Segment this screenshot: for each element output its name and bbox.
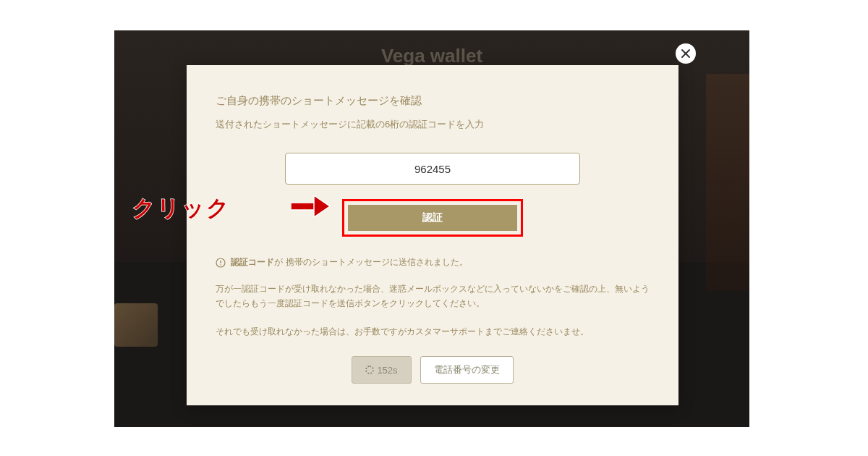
verify-button[interactable]: 認証 — [348, 205, 517, 231]
info-message: 認証コードが 携帯のショートメッセージに送信されました。 — [216, 256, 650, 269]
arrow-icon — [291, 195, 330, 217]
highlight-box: 認証 — [342, 199, 523, 237]
svg-marker-6 — [314, 195, 330, 217]
info-prefix: 認証コード — [231, 257, 274, 267]
button-row: 152s 電話番号の変更 — [216, 356, 650, 384]
verification-modal: ご自身の携帯のショートメッセージを確認 送付されたショートメッセージに記載の6桁… — [187, 65, 678, 405]
info-icon — [216, 258, 226, 268]
backdrop-title: Vega wallet — [381, 45, 482, 67]
help-text-2: それでも受け取れなかった場合は、お手数ですがカスタマーサポートまでご連絡ください… — [216, 324, 650, 339]
click-annotation-label: クリック — [132, 193, 231, 224]
close-button[interactable] — [676, 43, 696, 64]
verification-code-input[interactable] — [285, 153, 580, 185]
help-text-1: 万が一認証コードが受け取れなかった場合、迷惑メールボックスなどに入っていないかを… — [216, 282, 650, 311]
svg-point-4 — [220, 264, 221, 266]
modal-subtitle: 送付されたショートメッセージに記載の6桁の認証コードを入力 — [216, 118, 650, 131]
timer-label: 152s — [377, 365, 397, 376]
close-icon — [681, 48, 691, 59]
svg-rect-5 — [291, 203, 315, 210]
avatar-image — [114, 303, 158, 347]
modal-title: ご自身の携帯のショートメッセージを確認 — [216, 94, 650, 108]
resend-timer-button: 152s — [352, 356, 411, 384]
spinner-icon — [365, 366, 374, 374]
change-phone-button[interactable]: 電話番号の変更 — [420, 356, 514, 384]
info-text: が 携帯のショートメッセージに送信されました。 — [274, 257, 467, 267]
side-decorative-image — [706, 74, 749, 291]
